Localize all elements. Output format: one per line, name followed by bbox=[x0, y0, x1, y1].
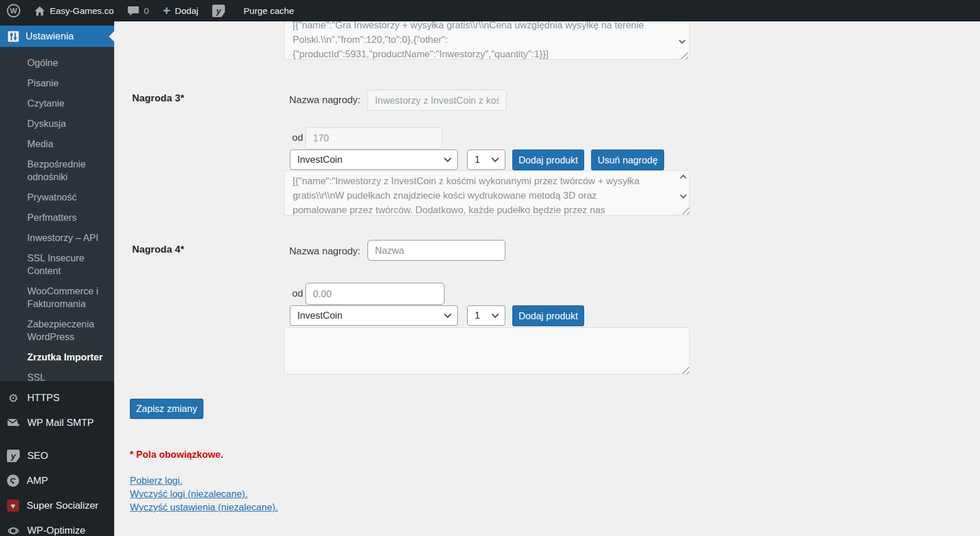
chevron-down-icon bbox=[491, 311, 499, 318]
chevron-down-icon bbox=[444, 311, 451, 318]
reward4-add-product-button[interactable]: Dodaj produkt bbox=[512, 305, 584, 326]
super-socializer-icon: ♥ bbox=[7, 499, 19, 512]
chevron-down-icon bbox=[491, 155, 499, 162]
reward3-name-label: Nazwa nagrody: bbox=[289, 94, 360, 106]
reward4-name-label: Nazwa nagrody: bbox=[289, 246, 360, 257]
yoast-icon: y bbox=[7, 450, 20, 462]
comments-count: 0 bbox=[144, 6, 149, 16]
submenu-item-writing[interactable]: Pisanie bbox=[27, 76, 108, 89]
reward4-json-textarea[interactable] bbox=[284, 327, 690, 374]
sidebar-item-label: AMP bbox=[27, 475, 48, 487]
selected-quantity: 1 bbox=[475, 154, 480, 165]
submenu-item-perfmatters[interactable]: Perfmatters bbox=[27, 211, 108, 224]
sidebar-item-label: WP-Optimize bbox=[27, 525, 85, 536]
reward4-name-input[interactable] bbox=[367, 240, 505, 261]
admin-sidebar: Ustawienia Ogólne Pisanie Czytanie Dysku… bbox=[0, 0, 114, 536]
sidebar-item-label: Ustawienia bbox=[25, 31, 74, 42]
scroll-down-icon[interactable] bbox=[680, 192, 686, 198]
reward3-add-product-button[interactable]: Dodaj produkt bbox=[512, 150, 584, 170]
reward3-name-input[interactable] bbox=[367, 90, 507, 111]
reward3-quantity-select[interactable]: 1 bbox=[467, 150, 505, 170]
current-menu-arrow bbox=[104, 31, 114, 42]
sidebar-item-seo[interactable]: y SEO bbox=[0, 443, 114, 468]
code-line: [{"name":"Inwestorzy z InvestCoin z kość… bbox=[293, 174, 681, 188]
home-icon bbox=[34, 6, 45, 16]
site-name-label: Easy-Games.co bbox=[50, 6, 114, 16]
new-content-menu[interactable]: + Dodaj bbox=[156, 0, 205, 21]
code-line: {"productId":5931,"productName":"Inwesto… bbox=[293, 47, 681, 60]
chevron-down-icon bbox=[444, 155, 451, 162]
reward4-amount-input[interactable] bbox=[305, 283, 445, 305]
purge-cache-menu[interactable]: Purge cache bbox=[232, 0, 301, 21]
submenu-item-privacy[interactable]: Prywatność bbox=[27, 191, 108, 203]
reward3-amount-input[interactable] bbox=[305, 127, 442, 149]
gear-icon: ⚙ bbox=[7, 392, 20, 404]
wordpress-logo-icon: W bbox=[7, 4, 20, 17]
submenu-item-general[interactable]: Ogólne bbox=[27, 56, 108, 69]
reward4-product-select[interactable]: InvestCoin bbox=[290, 305, 458, 326]
submenu-item-woocommerce-fakturomania[interactable]: WooCommerce i Fakturomania bbox=[27, 285, 108, 310]
required-fields-note: * Pola obowiązkowe. bbox=[130, 449, 223, 460]
sidebar-item-wp-mail-smtp[interactable]: WP Mail SMTP bbox=[0, 410, 114, 435]
new-content-label: Dodaj bbox=[175, 6, 199, 16]
yoast-menu[interactable]: y bbox=[205, 0, 232, 21]
amp-lightning-icon: Ϛ bbox=[7, 475, 19, 487]
plus-icon: + bbox=[163, 6, 170, 16]
reward4-quantity-select[interactable]: 1 bbox=[467, 305, 505, 326]
sidebar-item-https[interactable]: ⚙ HTTPS bbox=[0, 385, 114, 410]
submenu-item-reading[interactable]: Czytanie bbox=[27, 97, 108, 110]
reward3-remove-reward-button[interactable]: Usuń nagrodę bbox=[591, 150, 664, 170]
reward3-od-label: od bbox=[292, 132, 303, 144]
sidebar-item-label: Super Socializer bbox=[27, 500, 99, 512]
download-logs-link[interactable]: Pobierz logi. bbox=[130, 475, 183, 486]
scrollbar[interactable] bbox=[679, 172, 688, 202]
save-changes-button[interactable]: Zapisz zmiany bbox=[130, 399, 203, 419]
submenu-item-zabezpieczenia-wordpress[interactable]: Zabezpieczenia WordPress bbox=[27, 318, 108, 343]
submenu-item-inwestorzy-api[interactable]: Inwestorzy – API bbox=[27, 231, 108, 244]
sidebar-plugin-menu: ⚙ HTTPS WP Mail SMTP y SEO Ϛ AMP ♥ Super… bbox=[0, 385, 114, 536]
comments-menu[interactable]: 0 bbox=[121, 0, 156, 21]
submenu-item-zrzutka-importer[interactable]: Zrzutka Importer bbox=[27, 351, 108, 363]
sidebar-item-label: HTTPS bbox=[27, 392, 60, 404]
site-name-menu[interactable]: Easy-Games.co bbox=[27, 0, 121, 21]
reward4-od-label: od bbox=[292, 288, 303, 300]
submenu-item-permalinks[interactable]: Bezpośrednie odnośniki bbox=[27, 158, 108, 183]
sidebar-item-settings[interactable]: Ustawienia bbox=[0, 25, 114, 47]
clear-logs-link[interactable]: Wyczyść logi (niezalecane). bbox=[130, 488, 247, 499]
code-line: pomalowane przez twórców. Dodatkowo, każ… bbox=[293, 203, 681, 216]
settings-submenu: Ogólne Pisanie Czytanie Dyskusja Media B… bbox=[0, 47, 114, 381]
code-line: gratis\\r\\nW pudełkach znajdziecie kośc… bbox=[293, 188, 681, 203]
selected-quantity: 1 bbox=[475, 310, 480, 321]
code-line: Polski.\\n","from":120,"to":0},{"other": bbox=[293, 32, 681, 47]
sidebar-item-super-socializer[interactable]: ♥ Super Socializer bbox=[0, 493, 114, 518]
sidebar-item-amp[interactable]: Ϛ AMP bbox=[0, 468, 114, 493]
reward3-json-textarea[interactable]: [{"name":"Inwestorzy z InvestCoin z kość… bbox=[284, 170, 690, 216]
sidebar-item-label: WP Mail SMTP bbox=[27, 417, 94, 429]
selected-product: InvestCoin bbox=[297, 310, 343, 321]
sidebar-item-label: SEO bbox=[27, 450, 48, 462]
mail-icon bbox=[7, 417, 20, 429]
scroll-up-icon[interactable] bbox=[680, 174, 686, 181]
wp-logo-menu[interactable]: W bbox=[0, 0, 27, 21]
submenu-item-ssl-insecure-content[interactable]: SSL Insecure Content bbox=[27, 251, 108, 277]
clear-settings-link[interactable]: Wyczyść ustawienia (niezalecane). bbox=[130, 502, 278, 513]
reward4-label: Nagroda 4* bbox=[132, 244, 184, 256]
submenu-item-ssl[interactable]: SSL bbox=[27, 371, 108, 384]
sidebar-item-wp-optimize[interactable]: WP-Optimize bbox=[0, 518, 114, 536]
wp-optimize-icon bbox=[7, 524, 20, 536]
menu-separator bbox=[0, 435, 114, 443]
submenu-item-discussion[interactable]: Dyskusja bbox=[27, 117, 108, 130]
yoast-icon: y bbox=[212, 5, 225, 17]
scrollbar[interactable] bbox=[678, 22, 687, 48]
selected-product: InvestCoin bbox=[297, 154, 343, 165]
wp-admin-bar: W Easy-Games.co 0 + Dodaj y Purge cache bbox=[0, 0, 980, 21]
reward3-product-select[interactable]: InvestCoin bbox=[290, 150, 458, 170]
reward3-label: Nagroda 3* bbox=[132, 93, 184, 104]
settings-sliders-icon bbox=[7, 30, 20, 43]
submenu-item-media[interactable]: Media bbox=[27, 137, 108, 150]
scroll-down-icon[interactable] bbox=[679, 37, 685, 43]
comment-bubble-icon bbox=[127, 6, 139, 16]
purge-cache-label: Purge cache bbox=[243, 6, 294, 16]
